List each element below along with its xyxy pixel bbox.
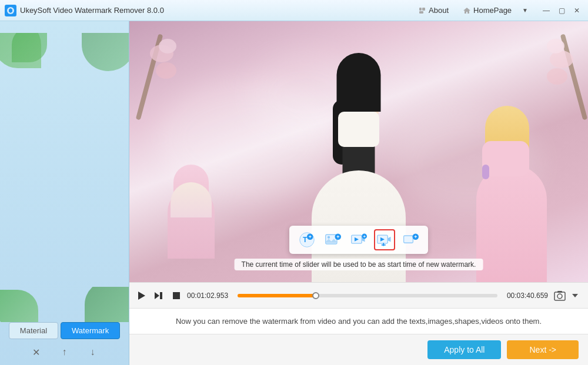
add-video-icon[interactable]: +: [348, 229, 369, 250]
stop-button[interactable]: [169, 289, 183, 303]
add-text-icon[interactable]: T +: [296, 229, 318, 250]
title-bar-left: UkeySoft Video Watermark Remover 8.0.0: [5, 5, 164, 16]
svg-rect-27: [554, 292, 565, 300]
content-area: T + +: [129, 21, 588, 365]
title-bar-right: About HomePage ▼ — ▢ ✕: [415, 4, 583, 17]
camera-dropdown[interactable]: [567, 287, 583, 304]
tab-material[interactable]: Material: [9, 322, 58, 339]
app-icon: [5, 5, 16, 16]
progress-fill: [238, 294, 316, 297]
svg-marker-23: [138, 292, 145, 300]
maximize-button[interactable]: ▢: [555, 4, 568, 17]
video-toolbar: T + +: [289, 226, 428, 254]
flowers-right: [506, 33, 576, 139]
action-icons-row: ✕ ↑ ↓: [7, 344, 122, 360]
svg-rect-1: [419, 8, 422, 11]
sidebar-decoration-top: [0, 33, 129, 80]
svg-point-28: [557, 294, 562, 299]
homepage-button[interactable]: HomePage: [459, 5, 515, 16]
add-shape-icon[interactable]: +: [400, 229, 421, 250]
svg-rect-25: [160, 292, 162, 299]
svg-marker-30: [572, 294, 578, 297]
play-button[interactable]: [134, 289, 148, 303]
svg-text:+: +: [363, 234, 366, 239]
player-controls: 00:01:02.953 00:03:40.659: [129, 282, 588, 308]
current-time: 00:01:02.953: [187, 292, 234, 300]
info-area: Now you can remove the watermark from vi…: [129, 308, 588, 334]
svg-point-9: [328, 236, 330, 238]
svg-rect-26: [173, 292, 180, 299]
svg-text:+: +: [336, 234, 339, 240]
svg-marker-24: [155, 292, 159, 299]
svg-rect-2: [422, 8, 425, 11]
apply-to-all-button[interactable]: Apply to All: [427, 340, 501, 359]
app-title: UkeySoft Video Watermark Remover 8.0.0: [20, 6, 164, 15]
dropdown-arrow[interactable]: ▼: [522, 7, 528, 14]
video-tooltip: The current time of slider will be used …: [235, 259, 483, 270]
progress-thumb[interactable]: [312, 292, 319, 299]
add-image-icon[interactable]: +: [322, 229, 343, 250]
tooltip-text: The current time of slider will be used …: [242, 260, 476, 269]
about-label: About: [429, 6, 449, 15]
video-container: T + +: [129, 21, 588, 282]
svg-text:+: +: [309, 234, 312, 240]
end-time: 00:03:40.659: [501, 292, 548, 300]
info-text: Now you can remove the watermark from vi…: [141, 317, 576, 326]
screenshot-button[interactable]: [552, 287, 568, 304]
next-button[interactable]: Next ->: [507, 340, 579, 359]
svg-text:T: T: [303, 236, 308, 244]
tab-row: Material Watermark: [7, 322, 122, 339]
svg-rect-20: [404, 236, 413, 243]
minimize-button[interactable]: —: [540, 4, 553, 17]
svg-rect-29: [557, 291, 562, 293]
move-up-icon[interactable]: ↑: [56, 344, 73, 360]
main-layout: Material Watermark ✕ ↑ ↓: [0, 21, 588, 365]
homepage-label: HomePage: [473, 6, 512, 15]
move-down-icon[interactable]: ↓: [85, 344, 101, 360]
sidebar-bottom: Material Watermark ✕ ↑ ↓: [0, 322, 129, 365]
about-button[interactable]: About: [415, 5, 452, 16]
svg-rect-3: [419, 11, 423, 14]
svg-text:+: +: [414, 234, 417, 240]
window-controls: — ▢ ✕: [540, 4, 583, 17]
sidebar-decoration-bottom: [0, 287, 129, 322]
close-button[interactable]: ✕: [570, 4, 583, 17]
set-time-icon[interactable]: [374, 229, 395, 250]
sidebar: Material Watermark ✕ ↑ ↓: [0, 21, 129, 365]
step-forward-button[interactable]: [152, 289, 166, 303]
tab-watermark[interactable]: Watermark: [61, 322, 120, 339]
delete-icon[interactable]: ✕: [28, 344, 45, 360]
footer-area: Apply to All Next ->: [129, 334, 588, 365]
title-bar: UkeySoft Video Watermark Remover 8.0.0 A…: [0, 0, 588, 21]
flowers-left: [147, 33, 218, 139]
progress-bar[interactable]: [238, 294, 497, 297]
